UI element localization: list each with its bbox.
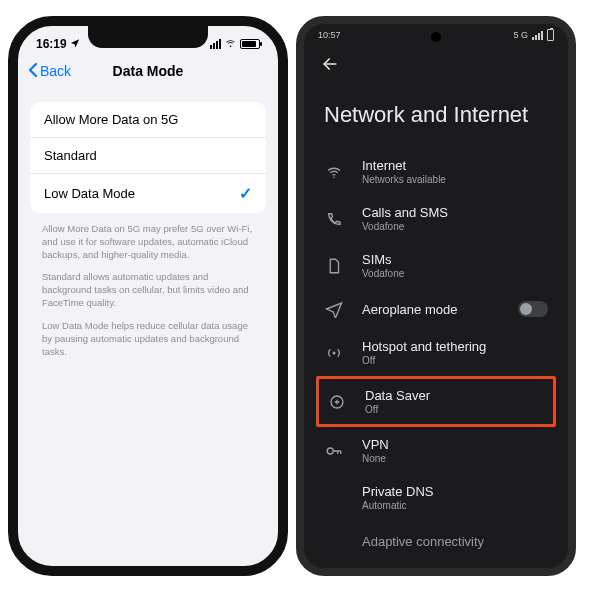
data-mode-options: Allow More Data on 5G Standard Low Data …: [30, 102, 266, 213]
wifi-icon: [324, 162, 344, 182]
setting-sims[interactable]: SIMs Vodafone: [304, 242, 568, 289]
data-saver-icon: [327, 392, 347, 412]
svg-point-0: [333, 176, 335, 178]
battery-icon: [547, 29, 554, 41]
setting-sub: Off: [362, 355, 486, 366]
setting-sub: Networks available: [362, 174, 446, 185]
svg-point-1: [333, 351, 336, 354]
setting-label: Aeroplane mode: [362, 302, 457, 317]
svg-point-3: [327, 448, 333, 454]
setting-label: Hotspot and tethering: [362, 339, 486, 354]
setting-adaptive-connectivity[interactable]: Adaptive connectivity: [304, 521, 568, 561]
setting-data-saver[interactable]: Data Saver Off: [327, 386, 545, 417]
ios-nav-bar: Back Data Mode: [18, 54, 278, 88]
setting-label: VPN: [362, 437, 389, 452]
setting-label: Internet: [362, 158, 446, 173]
option-allow-more-data-5g[interactable]: Allow More Data on 5G: [30, 102, 266, 138]
highlight-box: Data Saver Off: [316, 376, 556, 427]
setting-label: Calls and SMS: [362, 205, 448, 220]
hotspot-icon: [324, 343, 344, 363]
setting-sub: None: [362, 453, 389, 464]
adaptive-icon: [324, 531, 344, 551]
iphone-notch: [88, 26, 208, 48]
option-standard[interactable]: Standard: [30, 138, 266, 174]
android-time: 10:57: [318, 30, 341, 40]
aeroplane-toggle[interactable]: [518, 301, 548, 317]
setting-sub: Automatic: [362, 500, 434, 511]
setting-vpn[interactable]: VPN None: [304, 427, 568, 474]
android-frame: 10:57 5 G Network and Internet Internet …: [296, 16, 576, 576]
ios-time: 16:19: [36, 37, 67, 51]
option-label: Standard: [44, 148, 97, 163]
signal-icon: [532, 31, 543, 40]
setting-aeroplane-mode[interactable]: Aeroplane mode: [304, 289, 568, 329]
setting-calls-sms[interactable]: Calls and SMS Vodafone: [304, 195, 568, 242]
checkmark-icon: ✓: [239, 184, 252, 203]
status-extras: 5 G: [513, 30, 528, 40]
battery-icon: [240, 39, 260, 49]
wifi-icon: [224, 37, 237, 51]
airplane-icon: [324, 299, 344, 319]
setting-internet[interactable]: Internet Networks available: [304, 148, 568, 195]
setting-label: Adaptive connectivity: [362, 534, 484, 549]
option-low-data-mode[interactable]: Low Data Mode ✓: [30, 174, 266, 213]
setting-private-dns[interactable]: Private DNS Automatic: [304, 474, 568, 521]
option-label: Allow More Data on 5G: [44, 112, 178, 127]
desc-paragraph: Low Data Mode helps reduce cellular data…: [42, 320, 254, 358]
android-camera-cutout: [431, 32, 441, 42]
vpn-icon: [324, 441, 344, 461]
options-description: Allow More Data on 5G may prefer 5G over…: [42, 223, 254, 358]
setting-label: SIMs: [362, 252, 404, 267]
setting-sub: Off: [365, 404, 430, 415]
setting-hotspot[interactable]: Hotspot and tethering Off: [304, 329, 568, 376]
page-title: Network and Internet: [304, 78, 568, 148]
desc-paragraph: Allow More Data on 5G may prefer 5G over…: [42, 223, 254, 261]
setting-sub: Vodafone: [362, 221, 448, 232]
sim-icon: [324, 256, 344, 276]
desc-paragraph: Standard allows automatic updates and ba…: [42, 271, 254, 309]
back-button[interactable]: [304, 46, 568, 78]
setting-sub: Vodafone: [362, 268, 404, 279]
dns-icon: [324, 488, 344, 508]
page-title: Data Mode: [18, 63, 278, 79]
iphone-frame: 16:19 Back Data Mode Allow More Data on …: [8, 16, 288, 576]
setting-label: Private DNS: [362, 484, 434, 499]
signal-icon: [210, 39, 221, 49]
location-icon: [70, 37, 80, 51]
option-label: Low Data Mode: [44, 186, 135, 201]
phone-icon: [324, 209, 344, 229]
setting-label: Data Saver: [365, 388, 430, 403]
